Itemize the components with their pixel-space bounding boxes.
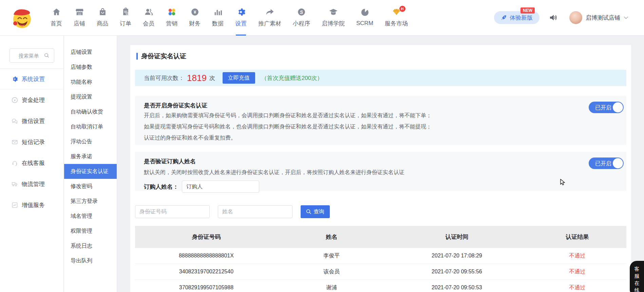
submenu-item[interactable]: 修改密码 [64,179,117,194]
submenu-item[interactable]: 服务承诺 [64,149,117,164]
nav-item[interactable]: 首页 [45,0,68,35]
chevron-down-icon[interactable] [623,15,629,21]
submenu-item[interactable]: 功能名称 [64,75,117,89]
sidebar-item-label: 在线客服 [22,159,45,167]
rocket-icon [501,15,507,21]
sidebar-item[interactable]: ¥ 资金处理 [0,89,63,110]
nav-item-label: 财务 [189,20,201,27]
submenu-item[interactable]: 权限管理 [64,224,117,238]
cell-time: 2021-07-20 09:50:53 [385,285,528,291]
search-icon [306,209,311,214]
nav-item[interactable]: 营销 [160,0,183,35]
title-accent-bar [136,53,138,60]
nav-item-label: 推广素材 [258,20,281,27]
avatar[interactable] [569,11,582,24]
data-icon [213,7,223,18]
nav-item[interactable]: 店铺 [68,0,91,35]
table-row[interactable]: 370829199507105988 谢浦 2021-07-20 09:50:5… [135,280,626,292]
nav-item[interactable]: 推广素材 [252,0,287,35]
cell-time: 2021-07-20 09:55:56 [385,269,528,275]
submenu-item[interactable]: 提现设置 [64,89,117,104]
sidebar-item-label: 系统设置 [22,75,45,83]
home-icon [52,7,61,18]
quota-notice-bar: 当前可用次数： 1819 次 立即充值 （首次充值赠送200次） [135,70,626,86]
recharge-button[interactable]: 立即充值 [223,72,255,84]
col-header-result: 认证结果 [528,233,626,241]
section-heading: 是否开启身份证实名认证 [144,102,618,110]
buyer-name-field-row: 订购人姓名： [144,181,618,193]
submenu-item[interactable]: 自动取消订单 [64,119,117,134]
sidebar-item[interactable]: 系统设置 [0,68,63,89]
toggle-knob [613,158,623,168]
navbar-right: 体验新版 NEW 启博测试店铺 [494,11,629,24]
submenu-item[interactable]: 域名管理 [64,209,117,224]
settings-icon [236,7,246,18]
submenu-item[interactable]: 店铺参数 [64,60,117,75]
bonus-note: （首次充值赠送200次） [261,74,323,82]
announcement-speaker-icon[interactable] [549,13,558,22]
sidebar-item-label: 资金处理 [22,96,45,104]
main-nav: 首页 店铺 商品 订单 [45,0,414,35]
name-filter-input[interactable] [218,205,292,218]
nav-item[interactable]: 启博学院 [316,0,351,35]
settings-submenu: 店铺设置店铺参数功能名称提现设置自动确认收货自动取消订单浮动公告服务承诺身份证实… [64,36,117,292]
goods-icon [98,7,107,18]
section-description: 开启后，如果购物需要填写身份证号码，会调用接口判断身份证和姓名是否通过实名认证，… [144,110,618,143]
sidebar-item[interactable]: 物流管理 [0,173,63,194]
menu-search-input[interactable] [10,48,54,63]
top-navbar: 首页 店铺 商品 订单 [0,0,644,36]
buyer-name-toggle[interactable]: 已开启 [589,158,624,169]
submenu-item[interactable]: 导出队列 [64,253,117,268]
submenu-item[interactable]: 店铺设置 [64,45,117,60]
main-panel: 身份证实名认证 当前可用次数： 1819 次 立即充值 （首次充值赠送200次）… [130,45,631,292]
nav-item[interactable]: 设置 [229,0,252,35]
new-badge: NEW [520,7,535,14]
id-verify-toggle[interactable]: 已开启 [589,102,624,113]
nav-item[interactable]: 订单 [114,0,137,35]
sidebar-item-label: 短信记录 [22,138,45,146]
quota-unit: 次 [209,74,215,82]
table-row[interactable]: 340823197002212540 该会员 2021-07-20 09:55:… [135,264,626,280]
submenu-item[interactable]: 系统日志 [64,238,117,253]
quota-label: 当前可用次数： [144,74,184,82]
search-filters: 查询 [135,205,626,218]
section-heading: 是否验证订购人姓名 [144,158,618,166]
nav-item-label: 设置 [235,20,247,27]
submenu-item[interactable]: 自动确认收货 [64,104,117,119]
nav-item[interactable]: S 小程序 [287,0,316,35]
try-new-version-button[interactable]: 体验新版 NEW [494,11,539,24]
nav-item[interactable]: ¥ 财务 [183,0,206,35]
query-button[interactable]: 查询 [301,205,330,218]
customer-service-badge[interactable]: 客服在线 [630,261,644,292]
cell-id-number: 88888888888888801X [135,253,278,259]
cell-result: 不通过 [528,268,626,275]
nav-item-label: 商品 [97,20,108,27]
members-icon [144,7,153,18]
nav-item-label: 营销 [166,20,177,27]
nav-item[interactable]: 会员 [137,0,160,35]
wechat-icon [12,118,18,124]
table-body: 88888888888888801X 李俊平 2021-07-20 17:08:… [135,248,626,292]
submenu-item[interactable]: 身份证实名认证 [64,164,117,179]
id-number-filter-input[interactable] [135,205,210,218]
shop-name[interactable]: 启博测试店铺 [586,14,620,22]
sidebar-item[interactable]: 微信设置 [0,110,63,131]
sidebar-item[interactable]: 短信记录 [0,131,63,152]
buyer-name-label: 订购人姓名： [144,183,178,191]
submenu-item[interactable]: 第三方登录 [64,194,117,209]
brand-logo[interactable] [11,6,33,29]
promo-icon [265,7,274,18]
sidebar-item[interactable]: 在线客服 [0,152,63,173]
yen-icon: ¥ [12,97,18,103]
sidebar-item[interactable]: 增值服务 [0,194,63,215]
col-header-id: 身份证号码 [135,233,278,241]
mail-icon [12,139,18,145]
buyer-name-input[interactable] [182,181,259,193]
nav-item[interactable]: H 服务市场 [379,0,414,35]
nav-item[interactable]: SCRM [351,0,379,35]
cell-result: 不通过 [528,252,626,259]
nav-item[interactable]: 数据 [206,0,229,35]
submenu-item[interactable]: 浮动公告 [64,134,117,149]
nav-item[interactable]: 商品 [91,0,114,35]
table-row[interactable]: 88888888888888801X 李俊平 2021-07-20 17:08:… [135,248,626,264]
